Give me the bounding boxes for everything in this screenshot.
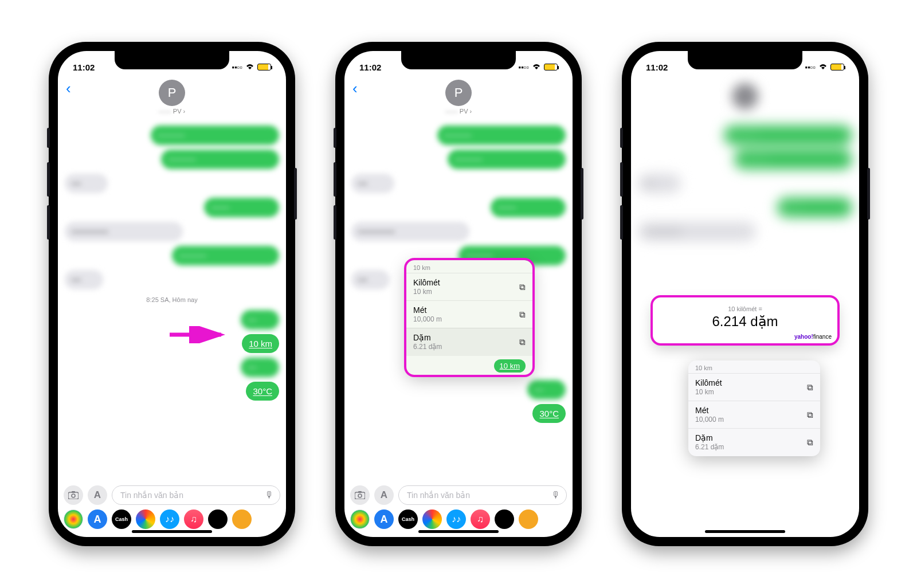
- yahoo-finance-label: yahoo!finance: [794, 334, 832, 340]
- copy-icon[interactable]: ⧉: [807, 410, 813, 420]
- app-extra[interactable]: [519, 509, 538, 529]
- app-memoji[interactable]: [495, 509, 514, 529]
- svg-rect-4: [355, 492, 365, 499]
- conversion-result: 6.214 dặm: [662, 313, 828, 330]
- cellular-icon: ▪▪▫▫: [519, 63, 529, 72]
- app-audio[interactable]: ♪♪: [160, 509, 179, 529]
- popup-source-bubble: 10 km: [494, 359, 526, 373]
- phone-1: 11:02 ▪▪▫▫ ‹ P —— PV › ——— ——— — —— ————…: [49, 42, 295, 546]
- app-appstore[interactable]: A: [374, 509, 394, 529]
- dock: A Tin nhắn văn bản🎙 A Cash ♪♪ ♫: [58, 482, 286, 537]
- back-button[interactable]: ‹: [352, 80, 358, 97]
- app-audio[interactable]: ♪♪: [446, 509, 466, 529]
- popup-title: 10 km: [406, 260, 532, 273]
- copy-icon[interactable]: ⧉: [519, 309, 526, 320]
- app-activity[interactable]: [136, 509, 155, 529]
- chat-header: ‹ P —— PV ›: [58, 76, 286, 115]
- app-photos[interactable]: [64, 509, 83, 529]
- svg-rect-1: [68, 492, 79, 499]
- app-music[interactable]: ♫: [184, 509, 203, 529]
- app-activity[interactable]: [422, 509, 442, 529]
- status-time: 11:02: [646, 62, 668, 72]
- copy-icon[interactable]: ⧉: [519, 337, 526, 347]
- timestamp: 8:25 SA, Hôm nay: [65, 296, 279, 303]
- wifi-icon: [532, 63, 541, 72]
- popup-item-m[interactable]: Mét10,000 m ⧉: [688, 401, 820, 428]
- copy-icon[interactable]: ⧉: [807, 382, 813, 393]
- svg-rect-6: [358, 491, 362, 493]
- battery-icon: [830, 64, 844, 70]
- status-time: 11:02: [73, 62, 95, 72]
- notch: [688, 51, 802, 69]
- avatar[interactable]: P: [445, 80, 472, 106]
- notch: [115, 51, 229, 69]
- camera-button[interactable]: [350, 485, 370, 505]
- home-indicator[interactable]: [418, 530, 499, 533]
- notch: [401, 51, 516, 69]
- appstore-button[interactable]: A: [88, 485, 107, 505]
- unit-popup: 10 km Kilômét10 km ⧉ Mét10,000 m ⧉ Dặm6.…: [406, 260, 532, 375]
- mic-icon[interactable]: 🎙: [551, 490, 561, 500]
- camera-button[interactable]: [64, 485, 83, 505]
- msg-30c[interactable]: 30°C: [246, 382, 279, 401]
- cellular-icon: ▪▪▫▫: [232, 63, 242, 72]
- annotation-arrow: [167, 326, 230, 343]
- popup-source-row: 10 km: [406, 356, 532, 375]
- appstore-button[interactable]: A: [374, 485, 394, 505]
- popup-item-km[interactable]: Kilômét10 km ⧉: [688, 373, 820, 401]
- contact-name[interactable]: —— PV ›: [58, 108, 286, 115]
- message-input[interactable]: Tin nhắn văn bản🎙: [112, 485, 280, 505]
- popup-item-m[interactable]: Mét10,000 m ⧉: [406, 300, 532, 328]
- app-music[interactable]: ♫: [471, 509, 490, 529]
- app-appstore[interactable]: A: [88, 509, 107, 529]
- wifi-icon: [818, 63, 828, 72]
- screen-2: 11:02 ▪▪▫▫ ‹ P —— PV › ——— ——— — —— ————…: [344, 51, 573, 537]
- chat-header: ‹ P —— PV ›: [344, 76, 573, 115]
- phone-3: ——— ——— — —— ———— 11:02 ▪▪▫▫ 10 kilômét …: [622, 42, 868, 546]
- mic-icon[interactable]: 🎙: [265, 490, 274, 500]
- conversion-card: 10 kilômét = 6.214 dặm yahoo!finance: [653, 297, 837, 343]
- copy-icon[interactable]: ⧉: [807, 437, 813, 448]
- cellular-icon: ▪▪▫▫: [805, 63, 816, 72]
- msg-30c[interactable]: 30°C: [532, 404, 566, 423]
- svg-point-2: [72, 494, 75, 497]
- contact-name[interactable]: —— PV ›: [344, 108, 573, 115]
- back-button[interactable]: ‹: [66, 80, 71, 97]
- app-cash[interactable]: Cash: [398, 509, 418, 529]
- battery-icon: [257, 64, 271, 70]
- popup-item-miles[interactable]: Dặm6.21 dặm ⧉: [688, 428, 820, 456]
- message-input[interactable]: Tin nhắn văn bản🎙: [398, 485, 567, 505]
- app-memoji[interactable]: [208, 509, 228, 529]
- popup-item-miles[interactable]: Dặm6.21 dặm ⧉: [406, 328, 532, 355]
- home-indicator[interactable]: [132, 530, 212, 533]
- status-time: 11:02: [359, 62, 381, 72]
- avatar[interactable]: P: [159, 80, 185, 106]
- screen-1: 11:02 ▪▪▫▫ ‹ P —— PV › ——— ——— — —— ————…: [58, 51, 286, 537]
- wifi-icon: [245, 63, 254, 72]
- screen-3: ——— ——— — —— ———— 11:02 ▪▪▫▫ 10 kilômét …: [631, 51, 859, 537]
- app-cash[interactable]: Cash: [112, 509, 131, 529]
- unit-popup: 10 km Kilômét10 km ⧉ Mét10,000 m ⧉ Dặm6.…: [688, 360, 820, 456]
- home-indicator[interactable]: [705, 530, 785, 533]
- phone-2: 11:02 ▪▪▫▫ ‹ P —— PV › ——— ——— — —— ————…: [335, 42, 582, 546]
- battery-icon: [544, 64, 558, 70]
- dock: A Tin nhắn văn bản🎙 A Cash ♪♪ ♫: [344, 482, 573, 537]
- app-photos[interactable]: [350, 509, 370, 529]
- popup-item-km[interactable]: Kilômét10 km ⧉: [406, 273, 532, 300]
- app-extra[interactable]: [232, 509, 252, 529]
- conversion-equation: 10 kilômét =: [662, 305, 828, 312]
- msg-10km[interactable]: 10 km: [242, 334, 279, 353]
- svg-rect-3: [72, 491, 75, 493]
- chat-area[interactable]: ——— ——— — —— ———— ——— — 8:25 SA, Hôm nay…: [58, 120, 286, 482]
- svg-point-5: [358, 494, 362, 497]
- copy-icon[interactable]: ⧉: [519, 282, 526, 292]
- popup-title: 10 km: [688, 360, 820, 373]
